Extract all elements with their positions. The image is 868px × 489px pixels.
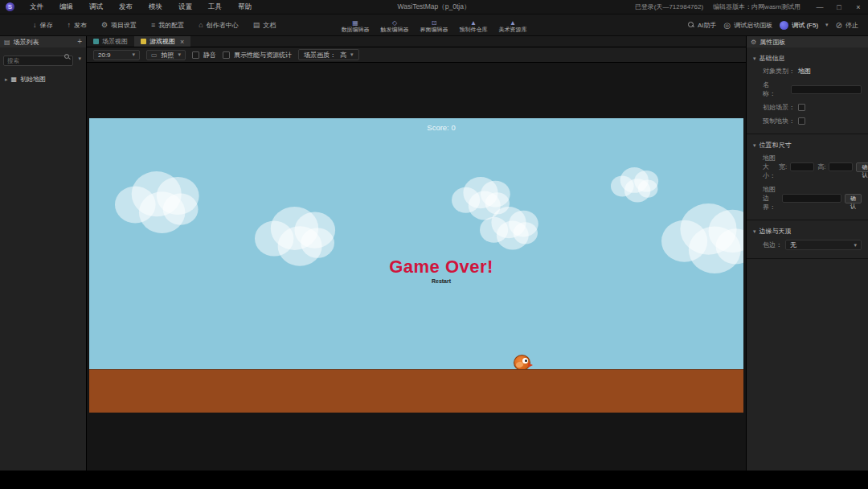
login-status: 已登录(天—712984762) (635, 2, 703, 11)
editor-version: 编辑器版本：内网wasm测试用 (713, 2, 800, 11)
stop-button[interactable]: ⊘ 停止 (836, 21, 858, 30)
add-scene-button[interactable]: + (77, 38, 82, 46)
restart-button[interactable]: Restart (432, 278, 451, 284)
game-view-icon (141, 39, 146, 44)
properties-header: ⚙ 属性面板 (747, 36, 868, 47)
bird-pupil (525, 360, 527, 362)
maximize-button[interactable]: □ (829, 2, 849, 13)
tool-label: 我的配置 (158, 21, 184, 30)
cloud-5 (661, 203, 743, 277)
aspect-ratio-select[interactable]: 20:9 ▾ (93, 50, 140, 60)
properties-icon: ⚙ (751, 39, 756, 46)
edge-zenith-header[interactable]: ▾ 边缘与天顶 (747, 225, 868, 237)
tree-item-initial-map[interactable]: ▸ ▦ 初始地图 (0, 72, 86, 86)
ui-editor-button[interactable]: ⊡界面编辑器 (418, 18, 451, 34)
height-label: 高: (817, 162, 825, 171)
mute-toggle[interactable]: 静音 (192, 51, 216, 60)
filter-chevron-icon[interactable]: ▾ (76, 55, 83, 62)
tool-label: 发布 (74, 21, 87, 30)
scene-list-icon: ▤ (4, 39, 10, 46)
edge-wrap-select[interactable]: 无 ▾ (785, 240, 862, 250)
cloud-1 (255, 207, 343, 269)
section-title: 基础信息 (760, 54, 785, 63)
save-button[interactable]: ↓保存 (27, 18, 59, 32)
map-width-input[interactable] (790, 162, 814, 171)
name-row: 名 称： (747, 78, 868, 101)
boundary-confirm-button[interactable]: 确认 (845, 194, 862, 203)
tool-label: 数据编辑器 (342, 27, 370, 33)
section-title: 位置和尺寸 (760, 141, 792, 150)
properties-panel: ⚙ 属性面板 ▾ 基础信息 对象类别： 地图 名 称： 初始场景： (746, 36, 868, 471)
menu-item-4[interactable]: 模块 (141, 1, 170, 14)
main-area: ▤ 场景列表 + ▾ ▸ ▦ 初始地图 (0, 36, 868, 471)
edge-wrap-value: 无 (790, 240, 796, 249)
close-button[interactable]: × (849, 2, 868, 13)
stop-label: 停止 (845, 21, 858, 30)
art-assets-button[interactable]: ▲美术资源库 (497, 18, 530, 34)
name-label: 名 称： (763, 80, 788, 98)
collapse-chevron-icon: ▾ (753, 228, 756, 235)
prefab-tile-checkbox[interactable] (798, 117, 805, 125)
tool-label: 美术资源库 (499, 27, 527, 33)
scene-search-input[interactable] (3, 55, 73, 66)
tree-item-label: 初始地图 (20, 75, 46, 84)
minimize-button[interactable]: — (810, 2, 829, 13)
name-input[interactable] (791, 85, 862, 94)
quality-select-group[interactable]: 场景画质： 高 ▾ (298, 49, 359, 60)
mute-checkbox[interactable] (192, 51, 199, 59)
map-icon: ▦ (11, 76, 18, 83)
screenshot-select[interactable]: ▭ 拍照 ▾ (146, 50, 186, 60)
map-height-input[interactable] (829, 162, 853, 171)
art-assets-icon: ▲ (510, 19, 516, 27)
prefab-tile-label: 预制地块： (763, 117, 795, 125)
trigger-editor-button[interactable]: ◇触发编辑器 (379, 18, 411, 34)
debug-panel-button[interactable]: ◎ 调试启动面板 (723, 21, 772, 30)
map-boundary-input[interactable] (782, 194, 841, 203)
quality-label: 场景画质： (304, 51, 336, 60)
stop-icon: ⊘ (836, 21, 842, 30)
debug-run-button[interactable]: 调试 (F5) (780, 21, 818, 30)
menu-item-0[interactable]: 文件 (23, 1, 51, 14)
section-basic-info: ▾ 基础信息 对象类别： 地图 名 称： 初始场景： 预制地块： (747, 47, 868, 134)
ai-assistant-button[interactable]: AI助手 (688, 21, 717, 30)
app-logo-icon[interactable]: S (6, 2, 14, 11)
document-icon: ▤ (253, 21, 260, 29)
tab-game-view[interactable]: 游戏视图 × (134, 36, 190, 47)
title-bar: S 文件编辑调试发布模块设置工具帮助 WasiTestMap（p_0tja） 已… (0, 0, 868, 14)
tab-close-icon[interactable]: × (180, 38, 184, 46)
creator-center-button[interactable]: ⌂创作者中心 (193, 18, 244, 32)
stats-toggle[interactable]: 展示性能与资源统计 (223, 51, 292, 60)
data-editor-button[interactable]: ▦数据编辑器 (339, 18, 372, 34)
menu-item-2[interactable]: 调试 (82, 1, 110, 14)
initial-scene-label: 初始场景： (763, 103, 795, 112)
menu-item-5[interactable]: 设置 (171, 1, 199, 14)
project-settings-button[interactable]: ⚙项目设置 (96, 18, 142, 32)
menu-item-6[interactable]: 工具 (201, 1, 229, 14)
section-title: 边缘与天顶 (760, 227, 792, 236)
document-button[interactable]: ▤文档 (248, 18, 282, 32)
game-canvas[interactable]: Score: 0 Game Over! Restart (89, 118, 743, 413)
ai-assistant-label: AI助手 (698, 21, 717, 30)
scene-view-icon (93, 39, 99, 44)
stats-checkbox[interactable] (223, 51, 230, 59)
my-config-button[interactable]: ≡我的配置 (145, 18, 190, 32)
tab-scene-view[interactable]: 场景视图 (87, 36, 134, 47)
object-type-label: 对象类别： (763, 67, 795, 76)
initial-scene-checkbox[interactable] (798, 104, 805, 111)
prefab-tile-row: 预制地块： (747, 114, 868, 128)
publish-button[interactable]: ↑发布 (62, 18, 93, 32)
size-confirm-button[interactable]: 确认 (856, 162, 868, 172)
game-over-text: Game Over! (389, 257, 493, 277)
basic-info-header[interactable]: ▾ 基础信息 (747, 52, 868, 64)
expand-chevron-icon[interactable]: ▸ (5, 76, 8, 83)
menu-item-1[interactable]: 编辑 (52, 1, 80, 14)
cloud-4 (611, 167, 663, 204)
position-size-header[interactable]: ▾ 位置和尺寸 (747, 139, 868, 151)
menu-item-7[interactable]: 帮助 (231, 1, 259, 14)
debug-options-chevron-icon[interactable]: ▾ (825, 22, 829, 28)
tab-label: 游戏视图 (149, 37, 175, 46)
tool-label: 保存 (40, 21, 53, 30)
prefab-library-button[interactable]: ▲预制件仓库 (457, 18, 490, 34)
chevron-down-icon: ▾ (132, 51, 135, 58)
menu-item-3[interactable]: 发布 (112, 1, 140, 14)
